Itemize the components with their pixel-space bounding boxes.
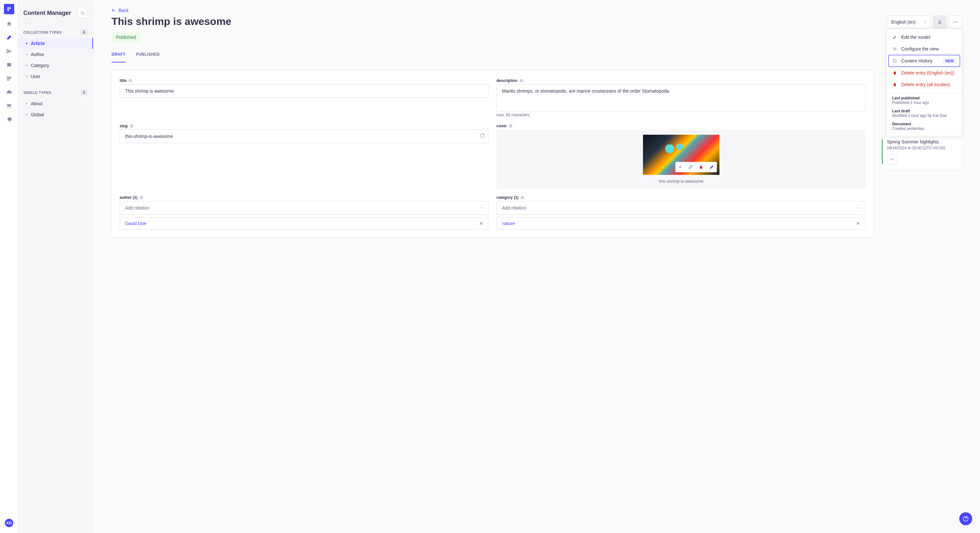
sidebar-item-user[interactable]: User [18,71,93,82]
last-published-value: Published 1 hour ago [892,100,956,105]
svg-point-28 [893,159,894,160]
release-title: Spring Summer highlights [887,139,956,144]
nav-home-icon[interactable] [5,20,13,28]
delete-locale-item[interactable]: Delete entry (English (en)) [887,67,961,79]
nav-media-icon[interactable] [5,61,13,69]
document-label: Document [892,122,956,126]
sidebar-item-global[interactable]: Global [18,109,93,120]
pencil-icon [892,35,897,40]
svg-point-0 [81,11,84,14]
category-select[interactable]: Add relation [496,201,865,215]
actions-dropdown: Edit the model Configure the view Conten… [887,29,962,136]
divider [26,23,34,24]
description-input[interactable] [496,84,865,111]
cover-actions [675,162,717,172]
category-chip[interactable]: nature✕ [496,217,865,230]
globe-icon [509,124,513,128]
single-types-header: SINGLE TYPES 2 [18,90,93,95]
cover-link-button[interactable] [686,162,696,172]
more-actions-button[interactable] [949,16,962,29]
last-published-label: Last published [892,96,956,100]
collection-list: Article Author Category User [18,38,93,82]
arrow-left-icon [111,8,116,13]
history-icon [892,58,897,63]
svg-point-4 [955,22,956,23]
tab-draft[interactable]: DRAFT [111,52,126,62]
search-button[interactable] [78,8,88,18]
cover-delete-button[interactable] [696,162,706,172]
nav-builder-icon[interactable] [5,75,13,82]
field-cover: cover this-shrimp-is-awesome [496,124,865,189]
download-button[interactable] [933,16,946,29]
single-count-badge: 2 [80,90,88,95]
release-more-button[interactable] [887,154,897,165]
nav-marketplace-icon[interactable] [5,102,13,109]
author-label: author (1) [119,195,489,200]
svg-point-3 [953,22,955,23]
last-draft-label: Last draft [892,109,956,113]
locale-select[interactable]: English (en) [887,16,931,29]
single-list: About Global [18,98,93,120]
field-description: description max. 80 characters [496,78,865,117]
nav-cloud-icon[interactable] [5,88,13,96]
collection-types-label: COLLECTION TYPES [23,30,62,34]
collection-types-header: COLLECTION TYPES 4 [18,30,93,35]
configure-view-item[interactable]: Configure the view [887,43,961,55]
chevron-down-icon [923,21,926,24]
svg-point-5 [956,22,957,23]
back-label: Back [119,8,129,13]
help-button[interactable] [959,512,972,525]
field-author: author (1) Add relation David Doe✕ [119,195,489,230]
cover-caption: this-shrimp-is-awesome [502,179,861,184]
author-select[interactable]: Add relation [119,201,489,215]
main-content: Back This shrimp is awesome Published En… [93,0,980,533]
tab-published[interactable]: PUBLISHED [136,52,160,62]
author-chip[interactable]: David Doe✕ [119,217,489,230]
sidebar-title: Content Manager [23,10,71,16]
back-link[interactable]: Back [111,8,962,13]
sidebar-item-category[interactable]: Category [18,60,93,71]
cover-label: cover [496,124,865,128]
title-input[interactable] [119,84,489,98]
nav-settings-icon[interactable] [5,115,13,123]
chevron-down-icon [480,206,483,209]
app-logo[interactable] [4,4,14,14]
cover-edit-button[interactable] [706,162,717,172]
trash-icon [892,82,897,87]
remove-category-button[interactable]: ✕ [856,221,860,226]
svg-line-1 [83,14,84,15]
cover-add-button[interactable] [675,162,686,172]
sidebar-item-about[interactable]: About [18,98,93,109]
content-type-sidebar: Content Manager COLLECTION TYPES 4 Artic… [18,0,93,533]
globe-icon [128,79,132,82]
globe-icon [520,195,524,200]
title-label: title [119,78,489,83]
form-card: title description max. 80 characters slu… [111,70,874,238]
field-slug: slug [119,124,489,189]
layout-icon [892,46,897,51]
tabs: DRAFT PUBLISHED [111,52,962,62]
slug-regenerate-button[interactable] [480,133,485,140]
svg-point-27 [892,159,892,160]
locale-label: English (en) [891,19,915,25]
content-history-item[interactable]: Content History NEW [888,55,960,67]
page-title: This shrimp is awesome [111,16,231,27]
description-label: description [496,78,865,83]
document-value: Created yesterday [892,126,956,131]
chevron-down-icon [857,206,860,209]
remove-author-button[interactable]: ✕ [479,221,483,226]
nav-send-icon[interactable] [5,47,13,55]
globe-icon [139,195,143,200]
user-avatar[interactable]: KD [5,519,13,527]
slug-label: slug [119,124,489,128]
sidebar-item-article[interactable]: Article [18,38,93,49]
release-card: Spring Summer highlights 09/18/2024 at 1… [881,134,962,170]
sidebar-item-author[interactable]: Author [18,49,93,60]
delete-all-item[interactable]: Delete entry (all locales) [887,79,961,90]
nav-content-icon[interactable] [5,34,13,41]
slug-input[interactable] [119,130,489,143]
release-date: 09/18/2024 at 16:00 (UTC+02:00) [887,146,956,150]
edit-model-item[interactable]: Edit the model [887,32,961,43]
trash-icon [892,70,897,75]
status-badge: Published [111,33,141,42]
